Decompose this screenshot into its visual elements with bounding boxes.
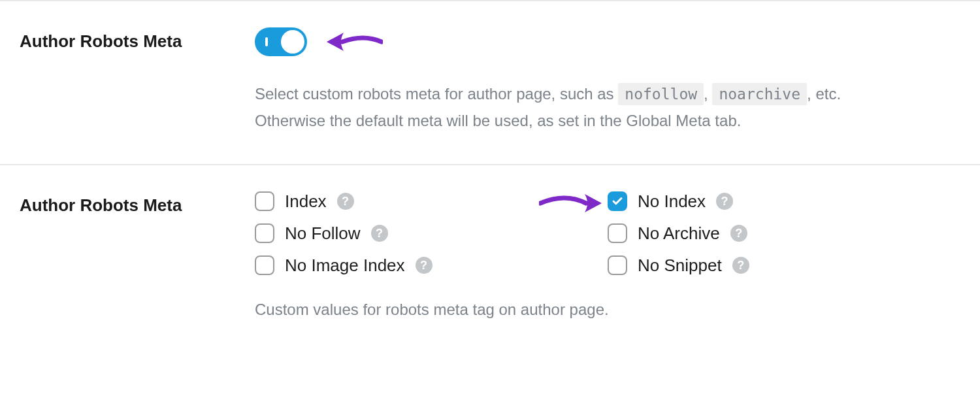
setting-description: Custom values for robots meta tag on aut…	[255, 301, 960, 319]
checkbox-index[interactable]	[255, 191, 274, 211]
setting-row-author-robots-options: Author Robots Meta Index ?	[0, 164, 980, 348]
help-icon[interactable]: ?	[716, 193, 733, 210]
code-nofollow: nofollow	[618, 83, 704, 105]
checkbox-no-image-index[interactable]	[255, 255, 274, 275]
option-no-image-index: No Image Index ?	[255, 255, 608, 276]
setting-row-author-robots-toggle: Author Robots Meta Select custom robots …	[0, 0, 980, 164]
option-no-index: No Index ?	[608, 191, 960, 212]
robots-options-grid: Index ? No Index ?	[255, 191, 960, 276]
option-no-archive: No Archive ?	[608, 223, 960, 244]
help-icon[interactable]: ?	[337, 193, 354, 210]
setting-field: Index ? No Index ?	[255, 191, 960, 319]
help-icon[interactable]: ?	[416, 257, 433, 274]
code-noarchive: noarchive	[712, 83, 807, 105]
setting-label: Author Robots Meta	[20, 27, 255, 135]
option-label: No Snippet	[638, 255, 722, 276]
help-icon[interactable]: ?	[371, 225, 388, 242]
setting-field: Select custom robots meta for author pag…	[255, 27, 960, 135]
author-robots-meta-toggle[interactable]	[255, 27, 307, 56]
annotation-arrow-icon	[539, 189, 604, 222]
option-label: No Archive	[638, 223, 720, 244]
checkbox-no-follow[interactable]	[255, 223, 274, 243]
checkbox-no-archive[interactable]	[608, 223, 627, 243]
option-no-snippet: No Snippet ?	[608, 255, 960, 276]
setting-label: Author Robots Meta	[20, 191, 255, 319]
option-label: No Image Index	[285, 255, 405, 276]
help-icon[interactable]: ?	[732, 257, 749, 274]
option-label: No Index	[638, 191, 706, 212]
annotation-arrow-icon	[324, 29, 383, 55]
option-label: Index	[285, 191, 327, 212]
option-no-follow: No Follow ?	[255, 223, 608, 244]
checkbox-no-snippet[interactable]	[608, 255, 627, 275]
option-label: No Follow	[285, 223, 361, 244]
setting-description: Select custom robots meta for author pag…	[255, 81, 908, 135]
checkbox-no-index[interactable]	[608, 191, 627, 211]
help-icon[interactable]: ?	[730, 225, 747, 242]
